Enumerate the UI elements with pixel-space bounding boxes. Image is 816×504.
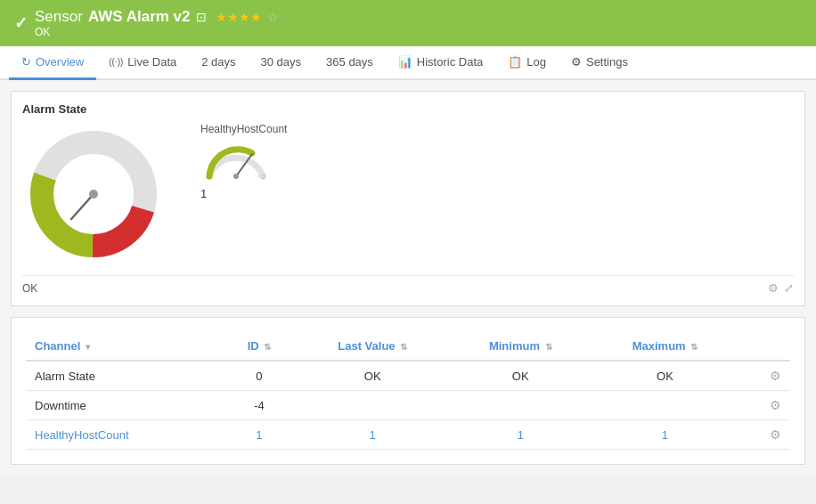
mini-gauge-value: 1: [200, 187, 207, 200]
tab-bar: ↻ Overview ((·)) Live Data 2 days 30 day…: [0, 46, 816, 80]
mini-gauge-section: HealthyHostCount ◦ 2 1: [200, 123, 287, 200]
table-row: Downtime -4 ⚙: [26, 391, 790, 420]
cell-channel-3: HealthyHostCount: [26, 420, 223, 450]
check-icon: ✓: [14, 13, 28, 33]
col-minimum[interactable]: Minimum ⇅: [449, 332, 592, 361]
tab-30days[interactable]: 30 days: [249, 46, 314, 80]
channels-table: Channel ▾ ID ⇅ Last Value ⇅ Minimum ⇅: [26, 332, 790, 450]
tab-overview[interactable]: ↻ Overview: [9, 46, 96, 80]
log-icon: 📋: [508, 55, 522, 69]
row-gear-icon-1[interactable]: ⚙: [770, 369, 781, 383]
alarm-footer: OK ⚙ ⤢: [22, 275, 794, 295]
tab-live-data-label: Live Data: [127, 55, 176, 69]
cell-id-1: 0: [223, 361, 296, 391]
main-content: Alarm State HealthyHostCount: [0, 80, 816, 476]
header-title-wrap: Sensor AWS Alarm v2 ⊡ ★★★★ ☆ OK: [35, 8, 279, 38]
share-icon[interactable]: ⊡: [196, 10, 207, 24]
col-maximum[interactable]: Maximum ⇅: [592, 332, 738, 361]
cell-last-value-3: 1: [296, 420, 449, 450]
col-channel-label: Channel: [35, 339, 80, 353]
tab-log[interactable]: 📋 Log: [495, 46, 559, 80]
table-header: Channel ▾ ID ⇅ Last Value ⇅ Minimum ⇅: [26, 332, 790, 361]
page-title: AWS Alarm v2: [88, 8, 191, 26]
col-minimum-label: Minimum: [489, 339, 540, 353]
mini-gauge-container: ◦ 2: [200, 139, 272, 183]
mini-gauge-label: HealthyHostCount: [200, 123, 287, 135]
alarm-state-card: Alarm State HealthyHostCount: [11, 91, 805, 306]
header: ✓ Sensor AWS Alarm v2 ⊡ ★★★★ ☆ OK: [0, 0, 816, 46]
donut-svg: [22, 123, 165, 265]
alarm-section: HealthyHostCount ◦ 2 1: [22, 123, 794, 268]
cell-channel-1: Alarm State: [26, 361, 223, 391]
cell-actions-1: ⚙: [738, 361, 790, 391]
header-status: OK: [35, 26, 279, 38]
row-gear-icon-2[interactable]: ⚙: [770, 398, 781, 412]
cell-maximum-3: 1: [592, 420, 738, 450]
cell-id-3: 1: [223, 420, 296, 450]
alarm-actions: ⚙ ⤢: [768, 281, 794, 295]
tab-log-label: Log: [526, 55, 546, 69]
col-actions: [738, 332, 790, 361]
col-id[interactable]: ID ⇅: [223, 332, 296, 361]
data-table-card: Channel ▾ ID ⇅ Last Value ⇅ Minimum ⇅: [11, 317, 805, 465]
tab-365days[interactable]: 365 days: [314, 46, 386, 80]
cell-id-2: -4: [223, 391, 296, 420]
table-body: Alarm State 0 OK OK OK ⚙ Downtime -4 ⚙: [26, 361, 790, 450]
tab-overview-label: Overview: [36, 55, 84, 69]
cell-minimum-3: 1: [449, 420, 592, 450]
tab-historic-data-label: Historic Data: [417, 55, 483, 69]
table-row: HealthyHostCount 1 1 1 1 ⚙: [26, 420, 790, 450]
historic-data-icon: 📊: [398, 55, 412, 69]
cell-minimum-2: [449, 391, 592, 420]
col-last-value[interactable]: Last Value ⇅: [296, 332, 449, 361]
tab-2days-label: 2 days: [201, 55, 235, 69]
tab-365days-label: 365 days: [326, 55, 373, 69]
cell-last-value-1: OK: [296, 361, 449, 391]
col-channel-sort-icon: ▾: [86, 342, 90, 352]
tab-settings-label: Settings: [586, 55, 628, 69]
svg-point-6: [233, 174, 239, 179]
sensor-label: Sensor: [35, 8, 83, 26]
half-star-icon: ☆: [267, 10, 279, 24]
stars[interactable]: ★★★★: [216, 10, 262, 24]
tab-historic-data[interactable]: 📊 Historic Data: [386, 46, 495, 80]
cell-actions-3: ⚙: [738, 420, 790, 450]
alarm-resize-icon[interactable]: ⤢: [784, 281, 794, 295]
table-row: Alarm State 0 OK OK OK ⚙: [26, 361, 790, 391]
col-maximum-sort-icon: ⇅: [690, 342, 698, 352]
col-last-value-label: Last Value: [338, 339, 395, 353]
tab-settings[interactable]: ⚙ Settings: [559, 46, 641, 80]
tab-live-data[interactable]: ((·)) Live Data: [96, 46, 189, 80]
cell-channel-2: Downtime: [26, 391, 223, 420]
col-last-value-sort-icon: ⇅: [400, 342, 407, 352]
alarm-gear-icon[interactable]: ⚙: [768, 281, 779, 295]
col-id-sort-icon: ⇅: [264, 342, 271, 352]
col-id-label: ID: [248, 339, 259, 353]
overview-icon: ↻: [21, 55, 31, 69]
svg-point-4: [89, 190, 98, 199]
col-channel[interactable]: Channel ▾: [26, 332, 223, 361]
row-gear-icon-3[interactable]: ⚙: [770, 427, 781, 442]
settings-icon: ⚙: [571, 55, 582, 69]
svg-text:◦ 2: ◦ 2: [257, 173, 266, 181]
alarm-card-title: Alarm State: [22, 102, 794, 116]
cell-minimum-1: OK: [449, 361, 592, 391]
live-data-icon: ((·)): [109, 57, 123, 67]
cell-last-value-2: [296, 391, 449, 420]
svg-line-3: [71, 194, 94, 219]
tab-30days-label: 30 days: [261, 55, 302, 69]
donut-gauge: [22, 123, 165, 268]
mini-gauge-svg: ◦ 2: [200, 139, 272, 183]
alarm-ok-label: OK: [22, 282, 37, 295]
cell-maximum-1: OK: [592, 361, 738, 391]
col-maximum-label: Maximum: [632, 339, 686, 353]
cell-maximum-2: [592, 391, 738, 420]
col-minimum-sort-icon: ⇅: [545, 342, 552, 352]
tab-2days[interactable]: 2 days: [189, 46, 248, 80]
cell-actions-2: ⚙: [738, 391, 790, 420]
